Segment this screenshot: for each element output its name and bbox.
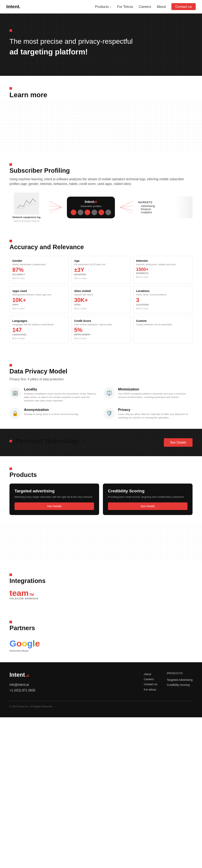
phone-subtitle: Subscriber profiles (71, 205, 111, 208)
metric-credit-label: Credit Score (74, 319, 128, 322)
locality-icon: 🏢 (9, 387, 21, 399)
product-ad-desc: Matching every single subscriber with th… (15, 495, 94, 499)
patented-section: Patented Technology ™ See Details (0, 429, 202, 456)
nav-telcos[interactable]: For Telcos (117, 5, 133, 8)
patented-accent (9, 440, 12, 442)
metric-gender-desc: Best in class (12, 277, 66, 280)
metrics-grid: Gender Binary classification (male/femal… (9, 256, 193, 343)
team-sub: Telecom Armenia (9, 597, 193, 600)
privacy-anonymization-text: Anonymization All data is being done in … (24, 408, 79, 416)
nav-products[interactable]: Products ↓ (95, 5, 111, 8)
learn-more-accent (9, 87, 12, 90)
metric-credit-desc: Best in class (74, 337, 128, 340)
navbar: Intent. Products ↓ For Telcos Careers Ab… (0, 0, 202, 13)
profile-icon-2 (78, 210, 83, 215)
privacy-title: Data Privacy Model (9, 368, 193, 375)
svg-line-4 (120, 201, 133, 207)
metric-apps-desc: Best in class (12, 307, 66, 310)
hero-section: The most precise and privacy-respectful … (0, 13, 202, 76)
diagram-lines-left (47, 195, 64, 220)
partners-title: Partners (9, 624, 193, 632)
hero-accent (9, 29, 12, 32)
team-logo: team TM Telecom Armenia (9, 589, 193, 600)
footer-col-2: Products Targeted Advertising Credibilit… (167, 672, 193, 693)
footer-col-1: About Careers Contact us For telcos (144, 672, 157, 693)
metric-credit-unit: IMPROVEMENT (74, 334, 128, 336)
product-ad-button[interactable]: See Details (15, 502, 94, 510)
nav-careers[interactable]: Careers (139, 5, 151, 8)
nav-contact[interactable]: Contact us (171, 3, 196, 10)
metric-apps-label: Apps used (12, 289, 66, 292)
metric-sites-desc: Best in class (74, 307, 128, 310)
footer-link-credibility[interactable]: Credibility Scoring (167, 682, 193, 687)
metric-languages: Languages Languages that the audience un… (9, 316, 69, 343)
products-accent (9, 467, 12, 470)
dot-grid-1 (0, 102, 202, 152)
metric-sites-unit: SITES (74, 304, 128, 306)
minimization-desc: Our GDPR-compliant platform transmits an… (118, 392, 193, 399)
privacy-minimization: ⚖️ Minimization Our GDPR-compliant platf… (103, 387, 193, 403)
locality-desc: Software installation never leaves the b… (24, 392, 99, 403)
accuracy-section: Accuracy and Relevance Gender Binary cla… (0, 228, 202, 353)
privacy-grid: 🏢 Locality Software installation never l… (9, 387, 193, 420)
footer-bottom: © 2023 Intent Inc. All Rights Reserved (9, 701, 193, 708)
metric-age-label: Age (74, 259, 128, 262)
nav-logo: Intent. (6, 4, 21, 9)
profile-icon-3 (84, 210, 90, 215)
metric-age-sub: For subscribers 18-52 years old (74, 263, 128, 266)
diagram-right: MARKETS Advertising Finance Analytics (138, 201, 172, 214)
metric-interests: Interests Interests: professions, hobbie… (133, 256, 193, 283)
footer-copyright: © 2023 Intent Inc. All Rights Reserved (9, 705, 52, 708)
footer-link-about[interactable]: About (144, 672, 157, 677)
footer-logo: Intent.ai (9, 672, 35, 678)
market-finance: Finance (141, 208, 172, 211)
learn-more-section: Learn more (0, 76, 202, 99)
products-title: Products (9, 471, 193, 478)
products-grid: Targeted advertising Matching every sing… (9, 484, 193, 515)
patented-title: Patented Technology ™ (9, 438, 86, 445)
diagram-lines-right (118, 195, 135, 220)
footer-link-targeted-ads[interactable]: Targeted Advertising (167, 677, 193, 682)
product-targeted-advertising: Targeted advertising Matching every sing… (9, 484, 99, 515)
phone-dot: ai (94, 200, 97, 204)
privacy-accent (9, 364, 12, 367)
anonymization-icon: 🔒 (9, 408, 21, 419)
metric-locations-sub: Home, Work, Current locations (136, 293, 190, 296)
integrations-title: Integrations (9, 577, 193, 585)
profiling-diagram: Network equipment log Internet Browsing … (9, 192, 193, 222)
patented-see-details-button[interactable]: See Details (164, 438, 193, 447)
footer-link-careers[interactable]: Careers (144, 677, 157, 682)
footer-link-contact[interactable]: Contact us (144, 682, 157, 687)
partners-accent (9, 621, 12, 623)
hero-line2: ad targeting platform! (9, 46, 193, 57)
footer-links: About Careers Contact us For telcos Prod… (144, 672, 193, 693)
product-credibility-scoring: Credibility Scoring Providing best credi… (103, 484, 193, 515)
footer-products-heading: Products (167, 672, 193, 675)
team-text: team (9, 589, 29, 597)
svg-line-0 (49, 201, 61, 207)
metric-languages-unit: LANGUAGES (12, 334, 66, 336)
profile-icon-4 (92, 210, 97, 215)
metric-locations-desc: Best in class (136, 307, 190, 310)
footer-phone[interactable]: +1 (415) 871 0605 (9, 688, 35, 693)
nav-about[interactable]: About (157, 5, 166, 8)
diagram-left: Network equipment log Internet Browsing … (9, 192, 44, 222)
footer-top: Intent.ai info@intent.ai +1 (415) 871 06… (9, 672, 193, 693)
phone-brand: Intentai (71, 200, 111, 204)
google-text: Google (9, 639, 40, 649)
footer-link-telcos[interactable]: For telcos (144, 687, 157, 692)
profile-icon-1 (71, 210, 76, 215)
privacy-minimization-text: Minimization Our GDPR-compliant platform… (118, 387, 193, 399)
nav-links: Products ↓ For Telcos Careers About Cont… (95, 3, 196, 10)
metric-interests-unit: INTERESTS (136, 272, 190, 274)
footer-email[interactable]: info@intent.ai (9, 682, 35, 688)
metric-credit: Credit Score 5 tier income separation, i… (71, 316, 131, 343)
metric-gender-value: 87% (12, 267, 66, 273)
product-ad-title: Targeted advertising (15, 489, 94, 493)
metric-languages-desc: Best in class (12, 337, 66, 340)
svg-line-3 (49, 207, 61, 214)
product-credit-button[interactable]: See Details (108, 502, 187, 510)
profile-icons (71, 210, 111, 215)
metric-interests-desc: Best in class (136, 276, 190, 278)
metric-interests-sub: Interests: professions, hobbies and more (136, 263, 190, 266)
